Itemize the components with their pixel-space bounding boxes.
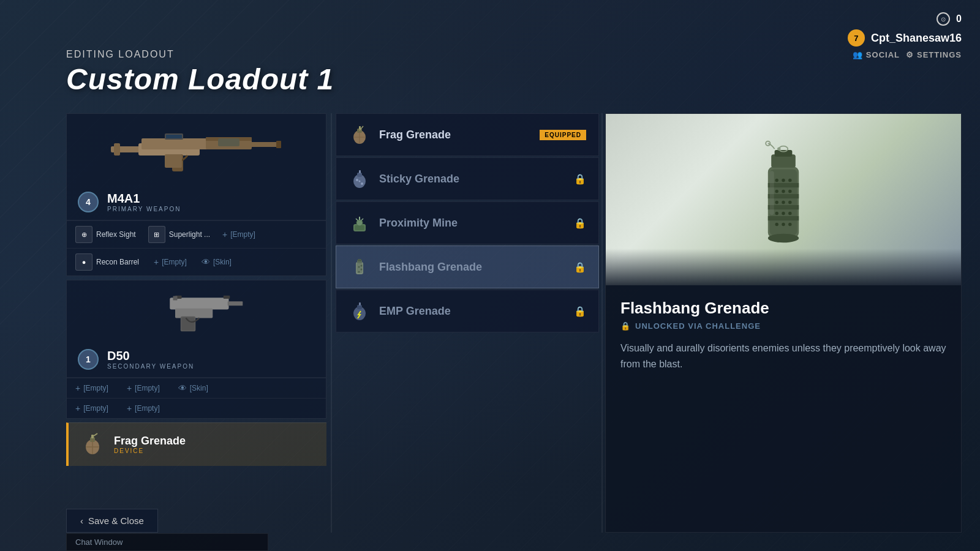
flashbang-lock-icon: 🔒: [574, 261, 586, 273]
svg-rect-20: [173, 296, 177, 301]
frag-icon: [349, 124, 371, 146]
svg-rect-18: [223, 296, 230, 299]
primary-attachments-row2: ● Recon Barrel + [Empty] 👁 [Skin]: [67, 248, 326, 276]
empty-slot-4[interactable]: + [Empty]: [127, 383, 160, 393]
grenade-flashbang[interactable]: Flashbang Grenade 🔒: [336, 246, 599, 288]
svg-point-38: [359, 181, 361, 182]
secondary-attachments-row2: + [Empty] + [Empty]: [67, 398, 326, 418]
svg-rect-13: [170, 298, 228, 309]
svg-point-74: [775, 223, 778, 226]
svg-point-71: [775, 212, 778, 215]
equipped-badge: EQUIPPED: [540, 130, 586, 140]
svg-point-68: [775, 201, 778, 204]
svg-rect-54: [357, 305, 362, 309]
svg-point-66: [782, 190, 785, 193]
recon-barrel-label: Recon Barrel: [96, 258, 139, 266]
skin-label-2: [Skin]: [190, 384, 208, 392]
chevron-left-icon: ‹: [80, 515, 83, 526]
svg-rect-16: [181, 318, 194, 331]
skin-slot-1[interactable]: 👁 [Skin]: [202, 257, 232, 267]
svg-line-44: [361, 219, 363, 220]
svg-rect-35: [359, 170, 361, 173]
item-details: Flashbang Grenade 🔒 UNLOCKED VIA CHALLEN…: [606, 285, 961, 385]
empty-slot-3[interactable]: + [Empty]: [75, 383, 108, 393]
empty-slot-5[interactable]: + [Empty]: [75, 403, 108, 413]
device-section[interactable]: Frag Grenade DEVICE: [66, 422, 326, 466]
recon-barrel-slot[interactable]: ● Recon Barrel: [75, 253, 139, 271]
secondary-weapon-level: 1: [78, 349, 99, 370]
primary-weapon-level: 4: [78, 192, 99, 212]
top-bar: ⊙ 0 7 Cpt_Shanesaw16 👥 SOCIAL ⚙ SETTINGS: [848, 12, 962, 59]
chat-window-label: Chat Window: [75, 538, 123, 547]
svg-point-64: [788, 179, 791, 182]
svg-point-49: [358, 266, 360, 268]
secondary-attachments-row1: + [Empty] + [Empty] 👁 [Skin]: [67, 378, 326, 398]
grenade-emp[interactable]: EMP Grenade 🔒: [336, 290, 599, 332]
currency-amount: 0: [956, 13, 962, 24]
svg-rect-61: [768, 216, 799, 220]
plus-icon-6: +: [127, 403, 132, 413]
sticky-lock-icon: 🔒: [574, 173, 586, 185]
frag-icon-area: [349, 124, 371, 146]
frag-grenade-name: Frag Grenade: [379, 129, 531, 141]
primary-weapon-name: M4A1: [107, 192, 181, 206]
device-name: Frag Grenade: [114, 435, 186, 448]
empty-slot-2[interactable]: + [Empty]: [154, 257, 187, 267]
skin-slot-2[interactable]: 👁 [Skin]: [178, 383, 208, 393]
svg-point-73: [788, 212, 791, 215]
chat-window[interactable]: Chat Window: [66, 533, 268, 551]
nav-row: 👥 SOCIAL ⚙ SETTINGS: [853, 50, 962, 59]
svg-point-62: [775, 179, 778, 182]
svg-point-67: [788, 190, 791, 193]
svg-point-65: [775, 190, 778, 193]
empty-slot-1[interactable]: + [Empty]: [222, 230, 255, 239]
settings-button[interactable]: ⚙ SETTINGS: [906, 50, 962, 59]
social-button[interactable]: 👥 SOCIAL: [853, 50, 900, 59]
svg-rect-6: [249, 142, 279, 147]
sticky-icon-area: [349, 168, 371, 190]
svg-rect-12: [218, 138, 239, 146]
svg-rect-11: [166, 135, 182, 138]
save-close-label: Save & Close: [88, 515, 144, 526]
proximity-lock-icon: 🔒: [574, 217, 586, 229]
svg-rect-34: [357, 173, 362, 177]
flashbang-icon-area: [349, 256, 371, 278]
secondary-weapon-info: D50 SECONDARY WEAPON: [107, 349, 194, 370]
plus-icon-5: +: [75, 403, 80, 413]
superlight-slot[interactable]: ⊞ Superlight ...: [148, 226, 210, 243]
plus-icon-4: +: [127, 383, 132, 393]
sticky-icon: [349, 168, 371, 190]
svg-rect-78: [775, 150, 793, 157]
superlight-icon: ⊞: [148, 226, 165, 243]
svg-rect-9: [165, 154, 182, 168]
item-unlock-row: 🔒 UNLOCKED VIA CHALLENGE: [620, 321, 946, 331]
svg-line-43: [356, 219, 358, 220]
grenade-proximity[interactable]: Proximity Mine 🔒: [336, 201, 599, 244]
plus-icon-2: +: [154, 257, 159, 267]
svg-point-82: [768, 234, 799, 242]
svg-point-69: [782, 201, 785, 204]
editing-label: Editing Loadout: [66, 49, 334, 60]
empty-label-1: [Empty]: [230, 230, 255, 239]
reflex-sight-label: Reflex Sight: [96, 230, 136, 239]
svg-point-76: [788, 223, 791, 226]
emp-grenade-name: EMP Grenade: [379, 305, 565, 318]
primary-weapon-image: [67, 114, 326, 184]
svg-point-50: [361, 269, 363, 271]
reflex-sight-slot[interactable]: ⊕ Reflex Sight: [75, 226, 136, 243]
emp-icon-area: [349, 300, 371, 322]
grenade-sticky[interactable]: Sticky Grenade 🔒: [336, 157, 599, 200]
svg-point-80: [777, 148, 780, 151]
svg-point-36: [356, 179, 358, 181]
primary-attachments-row1: ⊕ Reflex Sight ⊞ Superlight ... + [Empty…: [67, 220, 326, 248]
svg-rect-3: [141, 138, 209, 149]
save-close-button[interactable]: ‹ Save & Close: [66, 509, 158, 533]
recon-barrel-icon: ●: [75, 253, 92, 271]
plus-icon-3: +: [75, 383, 80, 393]
item-title: Flashbang Grenade: [620, 299, 946, 318]
svg-line-24: [94, 433, 97, 436]
player-level: 7: [848, 29, 865, 47]
empty-slot-6[interactable]: + [Empty]: [127, 403, 160, 413]
grenade-frag[interactable]: Frag Grenade EQUIPPED: [336, 113, 599, 156]
proximity-mine-name: Proximity Mine: [379, 217, 565, 230]
